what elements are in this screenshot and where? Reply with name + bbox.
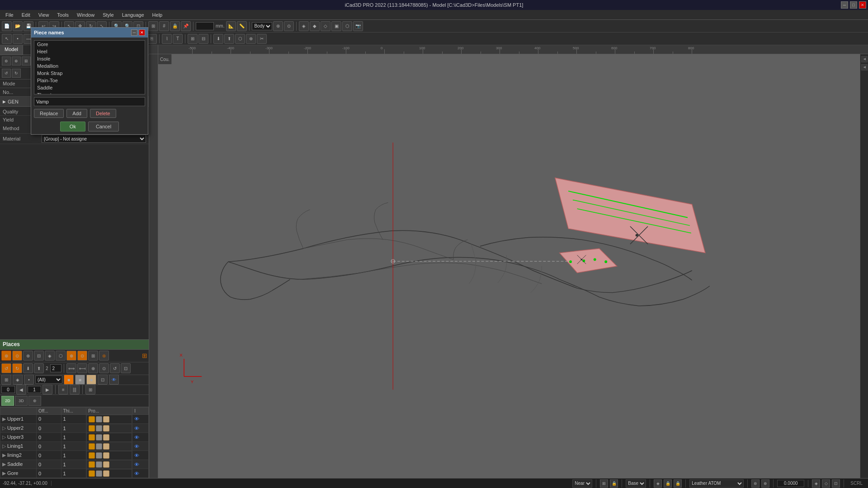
maximize-button[interactable]: □: [850, 1, 857, 9]
tb-open[interactable]: 📂: [13, 21, 23, 31]
cell-eye[interactable]: 👁: [132, 424, 149, 433]
view-icon-1[interactable]: ◈: [654, 479, 662, 488]
color-swatch-orange[interactable]: [89, 434, 95, 441]
menu-file[interactable]: File: [2, 11, 17, 19]
row-expand[interactable]: ▷: [2, 425, 6, 431]
close-button[interactable]: ✕: [859, 1, 866, 9]
pt-extra[interactable]: ⊞: [142, 352, 147, 359]
color-swatch-gray[interactable]: [96, 425, 102, 432]
cell-eye[interactable]: 👁: [132, 414, 149, 424]
tb2-cut[interactable]: ✂: [257, 34, 267, 44]
filter-eye[interactable]: 👁: [109, 375, 119, 385]
table-row[interactable]: ▷Lining101👁: [0, 442, 149, 451]
pt2-btn2[interactable]: ↻: [12, 363, 22, 373]
color-swatch-gray[interactable]: [96, 452, 102, 459]
side-tab-2[interactable]: ▶: [861, 64, 868, 70]
piece-list-item[interactable]: Monk Strap: [34, 70, 145, 77]
delete-button[interactable]: Delete: [90, 109, 116, 118]
color-swatch-orange[interactable]: [89, 425, 95, 432]
piece-list-item[interactable]: Insole: [34, 55, 145, 62]
row-expand[interactable]: ▶: [2, 416, 6, 422]
tb-ruler[interactable]: 📏: [237, 21, 247, 31]
menu-window[interactable]: Window: [73, 11, 98, 19]
pt2-flip2[interactable]: ⟻: [77, 363, 87, 373]
cou-tab[interactable]: Cou.: [158, 54, 172, 64]
tab-model[interactable]: Model: [0, 45, 23, 55]
pt2-num-input[interactable]: [50, 364, 61, 372]
canvas-area[interactable]: -500-400-300-200-10001002003004005006007…: [149, 45, 868, 478]
num-arrow-left[interactable]: ◀: [16, 385, 26, 394]
pt2-btn4[interactable]: ⬆: [34, 363, 44, 373]
cancel-button[interactable]: Cancel: [88, 122, 119, 131]
color-swatch-orange[interactable]: [89, 416, 95, 422]
menu-style[interactable]: Style: [99, 11, 117, 19]
cell-eye[interactable]: 👁: [132, 469, 149, 478]
color-swatch-gray[interactable]: [96, 443, 102, 450]
dialog-minimize[interactable]: ─: [131, 29, 137, 36]
filter-btn2[interactable]: ◈: [13, 375, 23, 385]
tb-body1[interactable]: ⊛: [273, 21, 283, 31]
tb-grid[interactable]: #: [159, 21, 169, 31]
eye-icon[interactable]: 👁: [134, 453, 139, 458]
num-cols[interactable]: |||: [70, 385, 80, 394]
row-expand[interactable]: ▷: [2, 443, 6, 449]
lock-icon[interactable]: 🔒: [610, 479, 618, 488]
ok-button[interactable]: Ok: [60, 122, 85, 131]
cell-eye[interactable]: 👁: [132, 460, 149, 469]
piece-list-item[interactable]: Heel: [34, 48, 145, 55]
replace-button[interactable]: Replace: [34, 109, 64, 118]
color-swatch-tan[interactable]: [103, 452, 109, 459]
base-select[interactable]: Base: [626, 479, 646, 488]
table-row[interactable]: ▶lining201👁: [0, 451, 149, 460]
tb-measure[interactable]: 📐: [226, 21, 236, 31]
filter-btn3[interactable]: •: [24, 375, 34, 385]
canvas-viewport[interactable]: Y X: [158, 54, 868, 478]
num-input-1[interactable]: [1, 386, 15, 393]
mat-icon-1[interactable]: ⊛: [751, 479, 760, 488]
tb-render4[interactable]: ▣: [331, 21, 341, 31]
filter-btn[interactable]: ⊞: [1, 375, 11, 385]
pt-btn8[interactable]: ⊙: [77, 351, 87, 361]
model-icon-1[interactable]: ⊛: [2, 56, 11, 66]
tb2-place[interactable]: ⊕: [246, 34, 256, 44]
table-row[interactable]: ▶Saddle01👁: [0, 460, 149, 469]
view-icon-2[interactable]: 🔒: [664, 479, 672, 488]
pt2-btn1[interactable]: ↺: [1, 363, 11, 373]
cell-eye[interactable]: 👁: [132, 442, 149, 451]
tb-render5[interactable]: ⬡: [342, 21, 352, 31]
filter-color2[interactable]: ■: [75, 375, 85, 385]
tb-render1[interactable]: ◈: [299, 21, 309, 31]
model-icon-3[interactable]: ⊞: [22, 56, 31, 66]
tb-camera[interactable]: 📷: [353, 21, 363, 31]
pt-btn5[interactable]: ◈: [45, 351, 55, 361]
num-lines[interactable]: ≡: [58, 385, 68, 394]
view-tab-all[interactable]: ⊛: [28, 396, 41, 406]
pt-btn1[interactable]: ⊛: [1, 351, 11, 361]
tb2-dim[interactable]: ⌇: [162, 34, 172, 44]
pt2-btn3[interactable]: ⬇: [23, 363, 33, 373]
color-swatch-tan[interactable]: [103, 461, 109, 468]
piece-list-item[interactable]: Saddle: [34, 84, 145, 91]
color-swatch-tan[interactable]: [103, 425, 109, 432]
material-select[interactable]: [Group] - Not assigne: [42, 135, 146, 143]
eye-icon[interactable]: 👁: [134, 435, 139, 440]
cell-eye[interactable]: 👁: [132, 451, 149, 460]
right-icon-3[interactable]: ⊡: [832, 479, 840, 488]
color-swatch-gray[interactable]: [96, 470, 102, 477]
tb2-import[interactable]: ⬇: [213, 34, 223, 44]
pt-btn6[interactable]: ⬡: [56, 351, 66, 361]
tb-render3[interactable]: ◇: [321, 21, 330, 31]
menu-help[interactable]: Help: [149, 11, 166, 19]
cell-eye[interactable]: 👁: [132, 433, 149, 442]
color-swatch-gray[interactable]: [96, 416, 102, 422]
value-input[interactable]: [777, 480, 804, 487]
angle-input[interactable]: 0: [196, 22, 214, 30]
eye-icon[interactable]: 👁: [134, 444, 139, 449]
color-swatch-tan[interactable]: [103, 416, 109, 422]
pt-btn3[interactable]: ⊕: [23, 351, 33, 361]
pt2-snap[interactable]: ⊡: [121, 363, 131, 373]
view-icon-3[interactable]: 🔒: [674, 479, 682, 488]
filter-color3[interactable]: ■: [86, 375, 96, 385]
row-expand[interactable]: ▶: [2, 461, 6, 467]
num-arrow-right[interactable]: ▶: [42, 385, 52, 394]
